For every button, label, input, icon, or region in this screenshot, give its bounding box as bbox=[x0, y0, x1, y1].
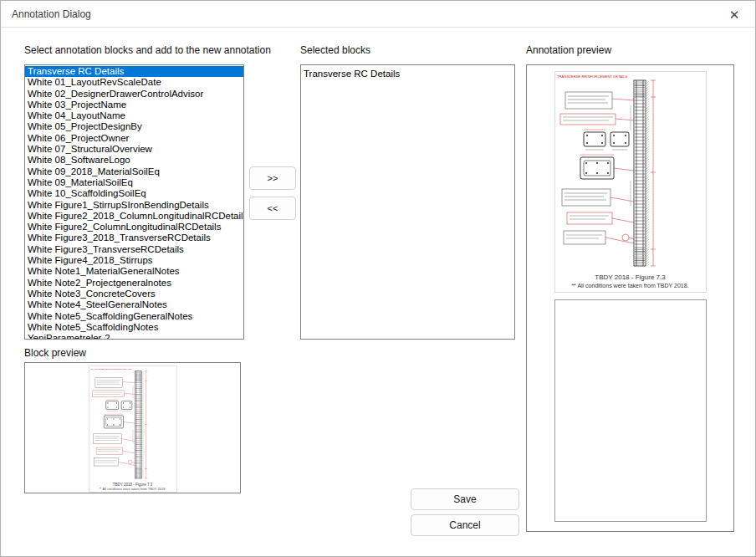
save-button[interactable]: Save bbox=[411, 488, 519, 510]
list-item[interactable]: White Figure2_2018_ColumnLongitudinalRCD… bbox=[25, 211, 243, 222]
list-item[interactable]: White Figure2_ColumnLongitudinalRCDetail… bbox=[25, 222, 243, 233]
available-blocks-label: Select annotation blocks and add to the … bbox=[24, 44, 271, 56]
list-item[interactable]: White 08_SoftwareLogo bbox=[25, 155, 243, 166]
block-preview-label: Block preview bbox=[24, 347, 86, 359]
list-item[interactable]: White 02_DesignerDrawerControlAdvisor bbox=[25, 89, 243, 100]
selected-blocks-label: Selected blocks bbox=[300, 44, 370, 56]
close-icon[interactable]: ✕ bbox=[725, 6, 743, 24]
list-item[interactable]: Transverse RC Details bbox=[301, 69, 514, 79]
remove-block-button[interactable]: << bbox=[249, 197, 296, 220]
list-item[interactable]: White Note5_ScaffoldingNotes bbox=[25, 322, 243, 333]
cancel-button[interactable]: Cancel bbox=[411, 514, 519, 536]
list-item[interactable]: White Figure1_StirrupSIronBendingDetails bbox=[25, 200, 243, 211]
block-preview-page: TBDY 2018 - Figure 7.3 ** All conditions… bbox=[89, 365, 177, 493]
block-preview-note: ** All conditions were taken from TBDY 2… bbox=[89, 487, 176, 491]
selected-blocks-list[interactable]: Transverse RC Details bbox=[300, 64, 515, 340]
list-item[interactable]: White Note5_ScaffoldingGeneralNotes bbox=[25, 311, 243, 322]
list-item[interactable]: White Note1_MaterialGeneralNotes bbox=[25, 266, 243, 277]
list-item[interactable]: White 07_StructuralOverview bbox=[25, 144, 243, 155]
list-item[interactable]: White 05_ProjectDesignBy bbox=[25, 121, 243, 132]
annotation-preview-note: ** All conditions were taken from TBDY 2… bbox=[555, 282, 706, 289]
annotation-preview-drawing bbox=[555, 72, 706, 273]
list-item[interactable]: White 06_ProjectOwner bbox=[25, 133, 243, 144]
list-item[interactable]: White 10_ScaffoldingSoilEq bbox=[25, 188, 243, 199]
annotation-preview-page: TBDY 2018 - Figure 7.3 ** All conditions… bbox=[554, 71, 707, 293]
annotation-preview-panel: TBDY 2018 - Figure 7.3 ** All conditions… bbox=[526, 64, 734, 532]
list-item[interactable]: White Note2_Projectgeneralnotes bbox=[25, 278, 243, 289]
list-item[interactable]: White 09_MaterialSoilEq bbox=[25, 177, 243, 188]
list-item[interactable]: White Figure4_2018_Stirrups bbox=[25, 255, 243, 266]
add-block-button[interactable]: >> bbox=[249, 166, 296, 190]
list-item[interactable]: White 09_2018_MaterialSoilEq bbox=[25, 166, 243, 177]
annotation-preview-label: Annotation preview bbox=[526, 44, 611, 56]
list-item[interactable]: YeniParametreler-2 bbox=[25, 333, 243, 340]
block-preview-panel: TBDY 2018 - Figure 7.3 ** All conditions… bbox=[24, 362, 241, 493]
list-item[interactable]: White Note3_ConcreteCovers bbox=[25, 289, 243, 299]
list-item[interactable]: White Figure3_2018_TransverseRCDetails bbox=[25, 233, 243, 243]
annotation-dialog: Annotation Dialog ✕ Select annotation bl… bbox=[0, 0, 756, 557]
dialog-title: Annotation Dialog bbox=[12, 8, 91, 20]
annotation-preview-caption: TBDY 2018 - Figure 7.3 bbox=[555, 273, 706, 282]
list-item[interactable]: White 03_ProjectName bbox=[25, 100, 243, 110]
annotation-preview-empty-page bbox=[554, 299, 707, 522]
available-blocks-list[interactable]: Transverse RC DetailsWhite 01_LayoutRevS… bbox=[24, 64, 244, 340]
list-item[interactable]: White 04_LayoutName bbox=[25, 110, 243, 121]
list-item[interactable]: White Figure3_TransverseRCDetails bbox=[25, 244, 243, 255]
title-bar: Annotation Dialog ✕ bbox=[1, 1, 755, 28]
list-item[interactable]: Transverse RC Details bbox=[25, 66, 243, 77]
block-preview-drawing bbox=[89, 366, 176, 483]
list-item[interactable]: White Note4_SteelGeneralNotes bbox=[25, 299, 243, 310]
list-item[interactable]: White 01_LayoutRevScaleDate bbox=[25, 77, 243, 88]
